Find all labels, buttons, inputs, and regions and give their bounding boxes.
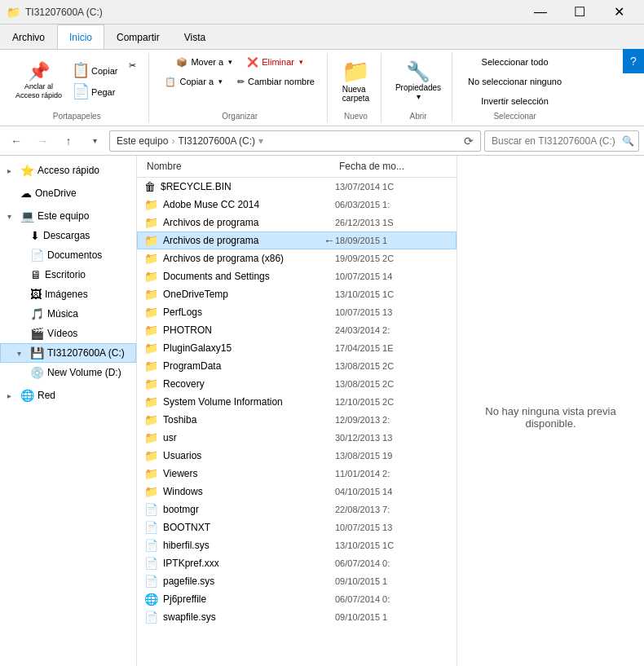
file-rows-container: 🗑$RECYCLE.BIN13/07/2014 1C📁Adobe Muse CC…	[137, 178, 457, 626]
file-icon: 📁	[144, 413, 158, 426]
tab-compartir[interactable]: Compartir	[104, 24, 172, 49]
file-name: Archivos de programa (x86)	[163, 253, 335, 264]
sidebar-item-new-volume[interactable]: 💿 New Volume (D:)	[0, 363, 136, 382]
column-header-date[interactable]: Fecha de mo...	[336, 159, 450, 174]
table-row[interactable]: 📁Viewers11/01/2014 2:	[137, 465, 457, 483]
move-dropdown-icon: ▾	[228, 58, 232, 66]
table-row[interactable]: 📁Archivos de programa←18/09/2015 1	[137, 232, 457, 249]
copy-to-button[interactable]: 📋 Copiar a ▾	[159, 73, 228, 90]
delete-button[interactable]: ❌ Eliminar ▾	[241, 53, 309, 71]
tab-archivo[interactable]: Archivo	[0, 24, 57, 49]
new-folder-button[interactable]: 📁 Nuevacarpeta	[337, 58, 374, 105]
file-icon: 📁	[144, 431, 158, 444]
help-button[interactable]: ?	[623, 49, 644, 73]
tab-inicio[interactable]: Inicio	[57, 24, 104, 49]
sidebar-item-red[interactable]: ▸ 🌐 Red	[0, 386, 136, 405]
table-row[interactable]: 🗑$RECYCLE.BIN13/07/2014 1C	[137, 178, 457, 196]
close-button[interactable]: ✕	[600, 0, 637, 24]
seleccionar-buttons: Seleccionar todo No seleccionar ninguno …	[462, 53, 567, 110]
forward-button[interactable]: →	[31, 130, 54, 152]
table-row[interactable]: 📄BOOTNXT10/07/2015 13	[137, 518, 457, 536]
file-date: 26/12/2013 1S	[335, 218, 449, 227]
select-all-button[interactable]: Seleccionar todo	[476, 53, 554, 71]
sidebar-item-escritorio[interactable]: 🖥 Escritorio	[0, 265, 136, 284]
music-icon: 🎵	[30, 307, 44, 320]
table-row[interactable]: 📁Windows04/10/2015 14	[137, 483, 457, 501]
table-row[interactable]: 📄pagefile.sys09/10/2015 1	[137, 572, 457, 590]
sidebar-item-descargas[interactable]: ⬇ Descargas	[0, 226, 136, 245]
table-row[interactable]: 🌐Pj6preffile06/07/2014 0:	[137, 590, 457, 608]
address-home: Este equipo	[117, 135, 168, 147]
sidebar-item-ti31207600a[interactable]: ▾ 💾 TI31207600A (C:)	[0, 343, 136, 363]
table-row[interactable]: 📄IPTKpref.xxx06/07/2014 0:	[137, 554, 457, 572]
table-row[interactable]: 📁usr30/12/2013 13	[137, 429, 457, 447]
file-date: 13/07/2014 1C	[335, 182, 449, 192]
minimize-button[interactable]: —	[522, 0, 559, 24]
move-to-button[interactable]: 📦 Mover a ▾	[170, 53, 238, 71]
table-row[interactable]: 📁OneDriveTemp13/10/2015 1C	[137, 285, 457, 303]
up-button[interactable]: ↑	[57, 130, 80, 152]
paste-button[interactable]: 📄 Pegar	[68, 82, 121, 103]
properties-button[interactable]: 🔧 Propiedades ▾	[391, 60, 445, 104]
expand-icon: ▸	[7, 391, 17, 400]
table-row[interactable]: 📁Usuarios13/08/2015 19	[137, 447, 457, 465]
select-none-button[interactable]: No seleccionar ninguno	[462, 73, 567, 90]
address-refresh-button[interactable]: ⟳	[464, 135, 474, 148]
back-button[interactable]: ←	[5, 130, 28, 152]
file-date: 10/07/2015 13	[335, 523, 449, 532]
copy-to-dropdown-icon: ▾	[218, 77, 223, 86]
file-date: 06/03/2015 1:	[335, 200, 449, 210]
file-date: 13/08/2015 19	[335, 451, 449, 461]
recent-locations-button[interactable]: ▾	[83, 130, 106, 152]
search-input[interactable]	[484, 130, 639, 152]
cut-button[interactable]: ✂	[123, 56, 142, 74]
rename-icon: ✏	[237, 77, 245, 87]
desktop-icon: 🖥	[30, 268, 42, 281]
table-row[interactable]: 📁Documents and Settings10/07/2015 14	[137, 267, 457, 285]
table-row[interactable]: 📁Recovery13/08/2015 2C	[137, 375, 457, 393]
sidebar-item-imagenes[interactable]: 🖼 Imágenes	[0, 284, 136, 304]
file-name: OneDriveTemp	[163, 289, 335, 300]
table-row[interactable]: 📁PHOTRON24/03/2014 2:	[137, 321, 457, 339]
file-name: Pj6preffile	[163, 593, 335, 605]
table-row[interactable]: 📄bootmgr22/08/2013 7:	[137, 501, 457, 518]
rename-button[interactable]: ✏ Cambiar nombre	[232, 73, 320, 90]
file-name: Usuarios	[163, 450, 335, 461]
file-date: 06/07/2014 0:	[335, 558, 449, 568]
table-row[interactable]: 📁PerfLogs10/07/2015 13	[137, 303, 457, 321]
file-name: Windows	[163, 486, 335, 497]
address-dropdown[interactable]: ▾	[258, 135, 263, 147]
column-header-name[interactable]: Nombre	[143, 159, 336, 174]
table-row[interactable]: 📁Archivos de programa26/12/2013 1S	[137, 214, 457, 232]
sidebar-item-acceso-rapido[interactable]: ▸ ⭐ Acceso rápido	[0, 161, 136, 180]
table-row[interactable]: 📁System Volume Information12/10/2015 2C	[137, 393, 457, 411]
file-date: 17/04/2015 1E	[335, 343, 449, 353]
sidebar-item-este-equipo[interactable]: ▾ 💻 Este equipo	[0, 206, 136, 226]
table-row[interactable]: 📄swapfile.sys09/10/2015 1	[137, 608, 457, 626]
sidebar-item-videos[interactable]: 🎬 Vídeos	[0, 324, 136, 343]
table-row[interactable]: 📁ProgramData13/08/2015 2C	[137, 357, 457, 375]
videos-icon: 🎬	[30, 327, 44, 340]
table-row[interactable]: 📁Adobe Muse CC 201406/03/2015 1:	[137, 196, 457, 214]
table-row[interactable]: 📄hiberfil.sys13/10/2015 1C	[137, 536, 457, 554]
file-name: Recovery	[163, 378, 335, 390]
address-bar[interactable]: Este equipo › TI31207600A (C:) ▾ ⟳	[109, 130, 481, 152]
file-name: BOOTNXT	[163, 522, 335, 533]
copy-button[interactable]: 📋 Copiar	[68, 60, 121, 82]
sidebar-item-documentos[interactable]: 📄 Documentos	[0, 245, 136, 265]
pin-to-quick-access-button[interactable]: 📌 Anclar alAcceso rápido	[11, 60, 66, 103]
sidebar-section-red: ▸ 🌐 Red	[0, 384, 136, 407]
file-date: 10/07/2015 14	[335, 271, 449, 281]
file-name: PluginGalaxy15	[163, 342, 335, 354]
drive-c-icon: 💾	[30, 346, 44, 359]
file-icon: 📄	[144, 539, 158, 552]
table-row[interactable]: 📁Toshiba12/09/2013 2:	[137, 411, 457, 429]
sidebar-item-onedrive[interactable]: ☁ OneDrive	[0, 183, 136, 203]
tab-vista[interactable]: Vista	[172, 24, 218, 49]
table-row[interactable]: 📁Archivos de programa (x86)19/09/2015 2C	[137, 249, 457, 267]
nav-bar: ← → ↑ ▾ Este equipo › TI31207600A (C:) ▾…	[0, 126, 644, 156]
invert-selection-button[interactable]: Invertir selección	[475, 92, 554, 110]
sidebar-item-musica[interactable]: 🎵 Música	[0, 304, 136, 324]
maximize-button[interactable]: ☐	[561, 0, 598, 24]
table-row[interactable]: 📁PluginGalaxy1517/04/2015 1E	[137, 339, 457, 357]
